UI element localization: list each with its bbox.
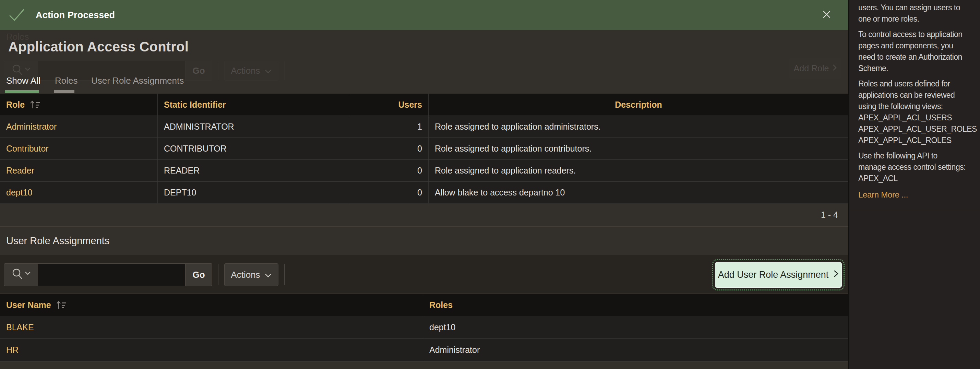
separator (284, 264, 285, 285)
help-line: one or more roles. (858, 13, 980, 25)
check-icon (8, 8, 25, 22)
chevron-right-icon (832, 64, 837, 73)
role-link[interactable]: dept10 (6, 188, 32, 197)
table-row: HR Administrator (0, 339, 848, 361)
chevron-right-icon (833, 270, 839, 280)
assignments-table-header: User Name Roles (0, 294, 848, 316)
users-count-cell: 0 (349, 182, 429, 204)
help-line: APEX_APPL_ACL_USER_ROLES (858, 124, 980, 135)
help-paragraph: Use the following API to manage access c… (858, 150, 980, 184)
table-row: dept10 DEPT10 0 Allow blake to access de… (0, 181, 848, 204)
close-icon (821, 9, 832, 21)
roles-cell: Administrator (423, 339, 848, 361)
pagination: 1 - 4 (0, 204, 848, 226)
role-link[interactable]: Reader (6, 165, 34, 176)
main-content: Action Processed Roles Application Acces… (0, 0, 848, 369)
user-role-assignments-table: User Name Roles BLAKE dept10 (0, 294, 848, 361)
column-header-roles[interactable]: Roles (423, 294, 848, 316)
chevron-down-icon (264, 65, 272, 76)
table-row: BLAKE dept10 (0, 316, 848, 339)
help-paragraph: Roles and users defined for applications… (858, 78, 980, 146)
table-row: Reader READER 0 Role assigned to applica… (0, 159, 848, 181)
help-line: To control access to application (858, 29, 980, 40)
sort-asc-icon (29, 99, 40, 110)
search-dropdown-button[interactable] (4, 263, 38, 286)
search-icon (10, 267, 32, 282)
help-line: APEX_ACL (858, 173, 980, 184)
help-paragraph: users. You can assign users to one or mo… (858, 2, 980, 25)
user-name-link[interactable]: HR (6, 345, 19, 355)
column-header-label: User Name (6, 300, 51, 310)
roles-table: Role Static Identifier Users Description (0, 94, 848, 204)
column-header-description[interactable]: Description (429, 94, 848, 116)
description-cell: Role assigned to application administrat… (429, 116, 848, 137)
section-title: User Role Assignments (6, 235, 110, 247)
help-line: manage access control settings: (858, 162, 980, 173)
success-banner: Action Processed (0, 0, 848, 30)
help-line: users. You can assign users to (858, 2, 980, 13)
divider (850, 210, 980, 210)
add-user-role-assignment-button[interactable]: Add User Role Assignment (715, 262, 842, 288)
go-button[interactable]: Go (186, 263, 212, 286)
actions-label: Actions (231, 270, 260, 280)
column-header-users[interactable]: Users (349, 94, 429, 116)
dimmed-add-role-button: Add Role (789, 57, 842, 79)
success-message: Action Processed (36, 10, 115, 21)
active-tab-indicator (5, 90, 39, 93)
table-row: Administrator ADMINISTRATOR 1 Role assig… (0, 116, 848, 137)
add-button-label: Add User Role Assignment (718, 270, 829, 280)
dimmed-actions-button: Actions (224, 61, 278, 81)
sort-asc-icon (55, 300, 67, 310)
user-name-link[interactable]: BLAKE (6, 322, 34, 332)
actions-button[interactable]: Actions (224, 263, 278, 286)
static-id-cell: CONTRIBUTOR (158, 138, 349, 159)
static-id-cell: ADMINISTRATOR (158, 116, 349, 137)
users-count-cell: 0 (349, 138, 429, 159)
close-notification-button[interactable] (819, 7, 835, 22)
column-header-user-name[interactable]: User Name (0, 294, 423, 316)
column-header-label: Role (6, 100, 25, 110)
tab-roles[interactable]: Roles (55, 75, 78, 86)
description-cell: Role assigned to application contributor… (429, 138, 848, 159)
page-header: Roles Application Access Control Go (0, 30, 848, 94)
assignments-toolbar: Go Actions Add User Role Assignment (0, 255, 848, 294)
separator (284, 61, 285, 80)
separator (218, 61, 218, 80)
role-link[interactable]: Administrator (6, 122, 57, 132)
tab-show-all[interactable]: Show All (6, 75, 40, 86)
app-screen: Action Processed Roles Application Acces… (0, 0, 980, 369)
roles-cell: dept10 (423, 316, 848, 339)
help-line: Use the following API to (858, 150, 980, 162)
help-line: Roles and users defined for (858, 78, 980, 89)
help-paragraph: To control access to application pages a… (858, 29, 980, 74)
users-count-cell: 1 (349, 116, 429, 137)
roles-table-header: Role Static Identifier Users Description (0, 94, 848, 116)
user-role-assignments-section-header: User Role Assignments (0, 226, 848, 255)
help-line: using the following views: (858, 101, 980, 112)
tab-user-role-assignments[interactable]: User Role Assignments (91, 75, 184, 86)
static-id-cell: DEPT10 (158, 182, 349, 204)
help-line: pages and components, you (858, 40, 980, 51)
description-cell: Allow blake to access departno 10 (429, 182, 848, 204)
help-sidebar: users. You can assign users to one or mo… (848, 0, 980, 369)
help-line: Scheme. (858, 63, 980, 74)
table-row: Contributor CONTRIBUTOR 0 Role assigned … (0, 137, 848, 159)
table-footer-strip (0, 361, 848, 369)
column-header-static-identifier[interactable]: Static Identifier (158, 94, 349, 116)
actions-label: Actions (231, 65, 260, 76)
role-link[interactable]: Contributor (6, 144, 49, 154)
separator (218, 264, 218, 285)
help-line: applications can be reviewed (858, 89, 980, 101)
learn-more-link[interactable]: Learn More ... (858, 189, 908, 200)
column-header-role[interactable]: Role (0, 94, 158, 116)
add-role-label: Add Role (794, 64, 829, 73)
chevron-down-icon (264, 270, 272, 280)
dimmed-go-button: Go (186, 61, 212, 81)
search-bar-group: Go Actions (4, 263, 290, 286)
static-id-cell: READER (158, 160, 349, 181)
page-title: Application Access Control (8, 39, 189, 54)
roles-tab-indicator (54, 90, 75, 93)
search-input[interactable] (38, 263, 186, 286)
help-line: need to create an Authorization (858, 51, 980, 63)
description-cell: Role assigned to application readers. (429, 160, 848, 181)
